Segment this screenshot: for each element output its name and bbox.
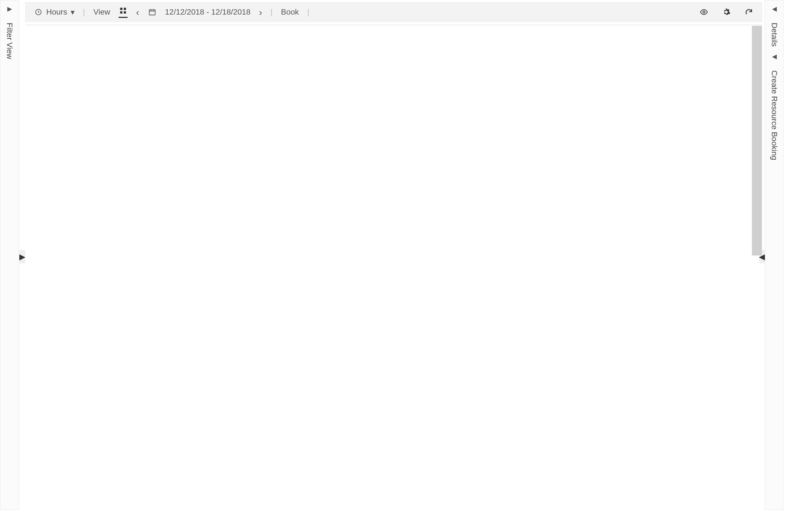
svg-point-6 <box>703 11 705 13</box>
refresh-icon[interactable] <box>744 7 753 17</box>
next-button[interactable]: › <box>259 7 262 18</box>
scrollbar-thumb[interactable] <box>752 26 762 255</box>
schedule-grid: Team⌄ Team Photos⌄ Start Time⌄ End Time⌄… <box>25 25 762 25</box>
hours-dropdown[interactable]: Hours ▾ <box>34 7 75 17</box>
chevron-left-icon: ◀ <box>772 53 777 60</box>
column-headers: Team⌄ Team Photos⌄ Start Time⌄ End Time⌄… <box>25 25 762 25</box>
chevron-left-icon: ‹ <box>136 7 139 18</box>
view-label: View <box>93 7 110 17</box>
svg-rect-1 <box>120 8 123 10</box>
chevron-right-icon: › <box>259 7 262 18</box>
grid-view-button[interactable] <box>118 6 128 18</box>
filter-view-panel-collapsed[interactable]: ▶ Filter View <box>0 0 19 510</box>
book-button[interactable]: Book <box>281 7 299 17</box>
right-panel-collapsed[interactable]: ◀ Details ◀ Create Resource Booking <box>765 0 784 510</box>
svg-rect-4 <box>124 11 126 14</box>
svg-rect-2 <box>124 8 126 10</box>
gear-icon[interactable] <box>722 7 731 17</box>
caret-down-icon: ▾ <box>71 7 75 17</box>
calendar-button[interactable] <box>148 7 157 17</box>
calendar-icon <box>148 7 157 17</box>
prev-button[interactable]: ‹ <box>136 7 139 18</box>
left-panel-toggle[interactable]: ▶ <box>20 250 25 263</box>
details-label: Details <box>770 23 779 47</box>
svg-rect-3 <box>120 11 123 14</box>
hours-label: Hours <box>46 7 67 17</box>
filter-view-label: Filter View <box>5 23 14 59</box>
create-booking-label: Create Resource Booking <box>770 70 779 160</box>
chevron-right-icon: ▶ <box>7 5 12 13</box>
toolbar: Hours ▾ | View ‹ 12/12/2018 - 12/18/2018… <box>25 2 762 22</box>
separator: | <box>307 7 309 17</box>
eye-icon[interactable] <box>699 7 709 17</box>
separator: | <box>271 7 273 17</box>
clock-icon <box>34 7 43 17</box>
separator: | <box>83 7 85 17</box>
svg-rect-5 <box>149 10 155 15</box>
grid-icon <box>118 6 128 15</box>
chevron-left-icon: ◀ <box>772 5 777 13</box>
date-range[interactable]: 12/12/2018 - 12/18/2018 <box>165 7 251 17</box>
